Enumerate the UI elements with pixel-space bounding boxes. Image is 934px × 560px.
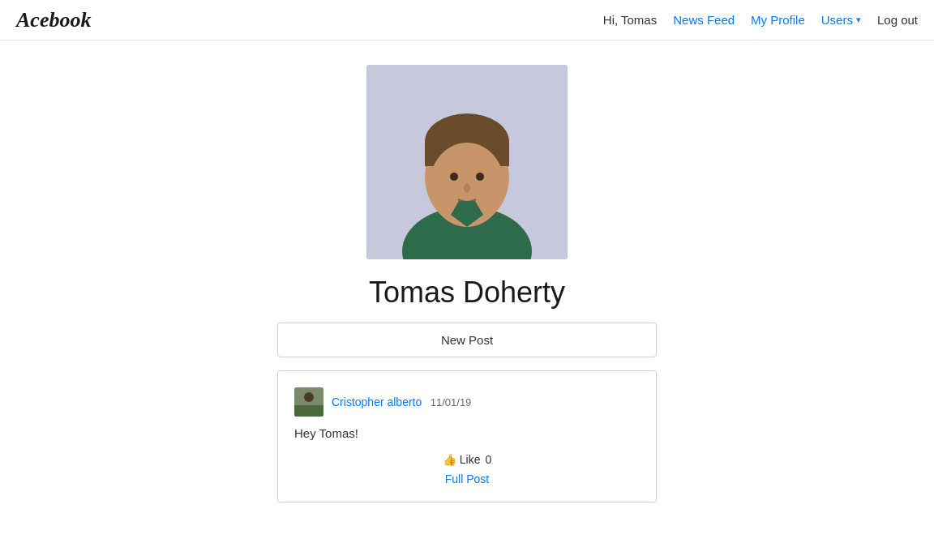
like-button[interactable]: 👍 Like xyxy=(443,453,481,466)
main-content: Tomas Doherty New Post Cristopher albert… xyxy=(0,41,934,502)
like-count: 0 xyxy=(485,453,491,466)
post-author-avatar xyxy=(294,387,323,417)
svg-rect-14 xyxy=(294,405,323,417)
navbar: Acebook Hi, Tomas News Feed My Profile U… xyxy=(0,0,934,41)
svg-point-9 xyxy=(464,183,470,193)
chevron-down-icon: ▾ xyxy=(856,15,861,25)
full-post-link[interactable]: Full Post xyxy=(445,472,489,485)
nav-greeting: Hi, Tomas xyxy=(603,13,657,27)
profile-photo xyxy=(366,65,568,259)
brand-logo[interactable]: Acebook xyxy=(16,8,91,32)
logout-link[interactable]: Log out xyxy=(877,13,918,27)
like-section: 👍 Like 0 xyxy=(443,453,491,466)
post-author-info: Cristopher alberto 11/01/19 xyxy=(332,395,471,409)
post-actions: 👍 Like 0 Full Post xyxy=(294,453,640,485)
svg-point-8 xyxy=(476,173,484,181)
post-card: Cristopher alberto 11/01/19 Hey Tomas! 👍… xyxy=(277,370,657,502)
users-dropdown[interactable]: Users ▾ xyxy=(821,13,861,27)
svg-point-12 xyxy=(304,392,314,402)
profile-image-svg xyxy=(366,65,568,259)
profile-photo-placeholder xyxy=(366,65,568,259)
new-post-button[interactable]: New Post xyxy=(277,323,657,357)
my-profile-link[interactable]: My Profile xyxy=(751,13,805,27)
post-author-link[interactable]: Cristopher alberto xyxy=(332,395,422,408)
thumbs-up-icon: 👍 xyxy=(443,453,456,466)
post-body: Hey Tomas! xyxy=(294,426,640,440)
svg-point-7 xyxy=(450,173,458,181)
post-header: Cristopher alberto 11/01/19 xyxy=(294,387,640,417)
post-date: 11/01/19 xyxy=(431,396,472,408)
profile-name: Tomas Doherty xyxy=(369,276,565,310)
users-dropdown-label: Users xyxy=(821,13,853,27)
news-feed-link[interactable]: News Feed xyxy=(673,13,735,27)
navbar-right: Hi, Tomas News Feed My Profile Users ▾ L… xyxy=(603,13,918,27)
like-label: Like xyxy=(460,453,481,466)
